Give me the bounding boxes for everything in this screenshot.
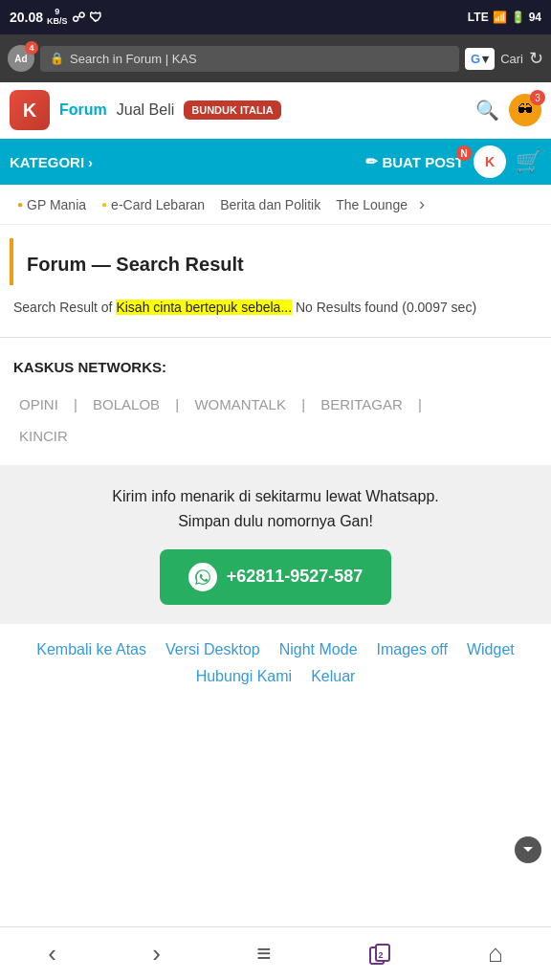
kategori-button[interactable]: KATEGORI › — [10, 154, 93, 170]
more-options-button[interactable] — [515, 836, 541, 863]
footer-night-mode[interactable]: Night Mode — [279, 641, 358, 658]
wa-text: Kirim info menarik di sekitarmu lewat Wh… — [15, 484, 536, 533]
footer-links: Kembali ke Atas Versi Desktop Night Mode… — [0, 624, 551, 695]
nav-forum-link[interactable]: Forum — [59, 101, 107, 119]
home-button[interactable]: ⌂ — [488, 939, 503, 969]
search-result-section: Forum — Search Result — [10, 238, 541, 285]
tags-more-button[interactable]: › — [419, 194, 425, 214]
networks-title: KASKUS NETWORKS: — [13, 359, 538, 375]
status-bar: 20.08 9 KB/S ☍ 🛡 LTE 📶 🔋 94 — [0, 0, 551, 34]
footer-keluar[interactable]: Keluar — [311, 668, 355, 685]
tabs-button[interactable]: 2 — [367, 942, 392, 967]
networks-section: KASKUS NETWORKS: OPINI | BOLALOB | WOMAN… — [0, 345, 551, 465]
profile-icon[interactable]: 🕶 3 — [509, 94, 541, 126]
google-search-button[interactable]: G ▾ — [465, 48, 495, 70]
header-icons: 🔍 🕶 3 — [475, 94, 541, 126]
category-bar: KATEGORI › ✏ BUAT POST N K 🛒 — [0, 139, 551, 185]
tag-ecard-lebaran[interactable]: ● e-Card Lebaran — [94, 197, 212, 212]
search-result-title: Forum — Search Result — [27, 254, 528, 276]
dropdown-icon: ▾ — [482, 52, 489, 66]
search-result-text: Search Result of Kisah cinta bertepuk se… — [0, 285, 551, 329]
tag-gp-mania[interactable]: ● GP Mania — [10, 197, 94, 212]
bbm-icon: ☍ — [72, 10, 85, 25]
kaskus-logo[interactable]: K — [10, 90, 50, 130]
battery-icon: 🔋 — [511, 11, 525, 24]
signal-icon: 📶 — [493, 11, 507, 24]
notification-badge: 3 — [530, 90, 545, 105]
url-bar[interactable]: 🔒 Search in Forum | KAS — [40, 46, 459, 72]
chevron-right-icon: › — [88, 154, 93, 170]
whatsapp-banner: Kirim info menarik di sekitarmu lewat Wh… — [0, 465, 551, 623]
pencil-icon: ✏ — [365, 153, 378, 170]
network-link-bolalob[interactable]: BOLALOB — [93, 396, 160, 412]
site-header: K Forum Jual Beli BUNDUK ITALIA 🔍 🕶 3 — [0, 82, 551, 139]
tags-row: ● GP Mania ● e-Card Lebaran Berita dan P… — [0, 185, 551, 225]
forward-button[interactable]: › — [152, 939, 161, 969]
footer-kembali[interactable]: Kembali ke Atas — [36, 641, 146, 658]
network-link-opini[interactable]: OPINI — [19, 396, 58, 412]
buat-notif-badge: N — [456, 145, 472, 161]
network-link-kincir[interactable]: KINCIR — [19, 428, 68, 444]
back-button[interactable]: ‹ — [48, 939, 56, 969]
separator: | — [301, 396, 309, 412]
status-time: 20.08 — [10, 10, 43, 25]
svg-text:2: 2 — [378, 950, 383, 960]
footer-images-off[interactable]: Images off — [377, 641, 448, 658]
buat-post-button[interactable]: ✏ BUAT POST N — [365, 153, 464, 170]
wa-phone-number: +62811-9527-587 — [227, 567, 364, 587]
kaskus-circle-button[interactable]: K — [474, 145, 506, 178]
cart-button[interactable]: 🛒 — [516, 149, 541, 174]
ad-count: 4 — [25, 41, 38, 55]
search-result-suffix: No Results found (0.0097 sec) — [296, 300, 476, 315]
shield-icon: 🛡 — [89, 10, 102, 25]
promo-badge: BUNDUK ITALIA — [184, 100, 280, 120]
networks-links: OPINI | BOLALOB | WOMANTALK | BERITAGAR … — [13, 389, 538, 452]
tag-the-lounge[interactable]: The Lounge — [328, 197, 415, 212]
separator: | — [175, 396, 183, 412]
dot-icon: ● — [101, 199, 107, 210]
whatsapp-button[interactable]: +62811-9527-587 — [160, 549, 392, 605]
refresh-button[interactable]: ↻ — [529, 48, 543, 69]
nav-links: Forum Jual Beli BUNDUK ITALIA — [59, 100, 466, 120]
footer-widget[interactable]: Widget — [467, 641, 515, 658]
divider — [0, 337, 551, 338]
footer-hubungi-kami[interactable]: Hubungi Kami — [196, 668, 293, 685]
google-g-icon: G — [471, 52, 480, 66]
lock-icon: 🔒 — [50, 52, 64, 65]
footer-versi-desktop[interactable]: Versi Desktop — [165, 641, 260, 658]
tag-berita-politik[interactable]: Berita dan Politik — [212, 197, 328, 212]
separator: | — [418, 396, 422, 412]
search-result-prefix: Search Result of — [13, 300, 113, 315]
network-speed: 9 KB/S — [47, 8, 68, 27]
network-link-beritagar[interactable]: BERITAGAR — [320, 396, 403, 412]
bottom-navigation: ‹ › ≡ 2 ⌂ — [0, 926, 551, 980]
whatsapp-icon — [188, 563, 217, 591]
search-query-highlight: Kisah cinta bertepuk sebela... — [116, 300, 292, 315]
network-link-womantalk[interactable]: WOMANTALK — [194, 396, 286, 412]
ad-badge[interactable]: Ad 4 — [8, 45, 34, 72]
url-text: Search in Forum | KAS — [70, 52, 197, 66]
battery-level: 94 — [529, 11, 541, 24]
nav-jualbeli-link[interactable]: Jual Beli — [117, 101, 174, 119]
dot-icon: ● — [17, 199, 23, 210]
browser-bar: Ad 4 🔒 Search in Forum | KAS G ▾ Cari ↻ — [0, 34, 551, 82]
glasses-emoji: 🕶 — [518, 101, 533, 119]
search-label: Cari — [500, 52, 523, 66]
search-button[interactable]: 🔍 — [475, 99, 499, 122]
separator: | — [74, 396, 81, 412]
lte-label: LTE — [468, 11, 489, 24]
menu-button[interactable]: ≡ — [256, 939, 271, 969]
